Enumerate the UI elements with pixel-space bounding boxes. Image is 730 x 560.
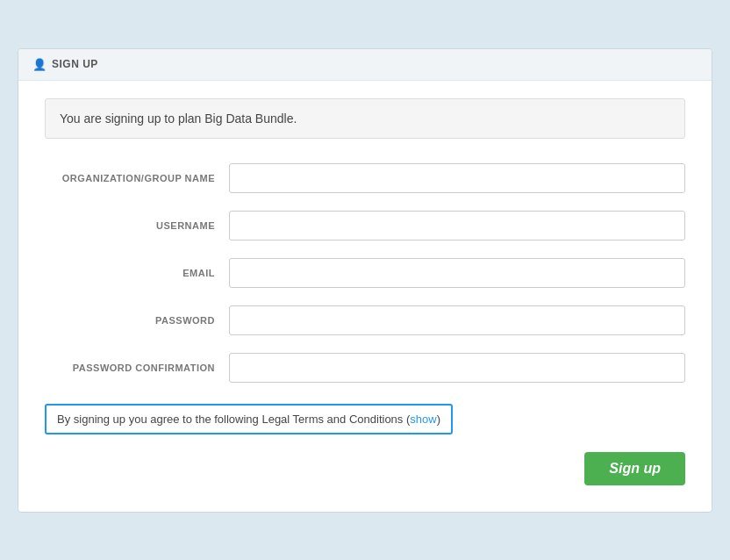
terms-section: By signing up you agree to the following… (45, 404, 685, 434)
signup-card: 👤 SIGN UP You are signing up to plan Big… (18, 48, 712, 513)
user-icon: 👤 (32, 58, 47, 71)
terms-show-link[interactable]: show (410, 413, 436, 426)
card-body: You are signing up to plan Big Data Bund… (18, 81, 712, 512)
password-input[interactable] (229, 305, 685, 335)
password-confirmation-input[interactable] (229, 353, 685, 383)
page-container: 👤 SIGN UP You are signing up to plan Big… (0, 0, 730, 560)
terms-text-before: By signing up you agree to the following… (57, 413, 410, 426)
card-title: SIGN UP (52, 58, 98, 70)
form-row-org: ORGANIZATION/GROUP NAME (45, 163, 685, 193)
card-header: 👤 SIGN UP (18, 49, 712, 81)
form-footer: Sign up (45, 452, 685, 485)
info-banner-text: You are signing up to plan Big Data Bund… (60, 111, 297, 126)
form-row-password: PASSWORD (45, 305, 685, 335)
terms-box: By signing up you agree to the following… (45, 404, 453, 434)
org-group-name-label: ORGANIZATION/GROUP NAME (45, 173, 229, 183)
signup-button[interactable]: Sign up (584, 452, 685, 485)
info-banner: You are signing up to plan Big Data Bund… (45, 98, 685, 139)
form-row-username: USERNAME (45, 211, 685, 241)
org-group-name-input[interactable] (229, 163, 685, 193)
username-label: USERNAME (45, 220, 229, 231)
form-row-password-confirmation: PASSWORD CONFIRMATION (45, 353, 685, 383)
password-confirmation-label: PASSWORD CONFIRMATION (45, 363, 229, 373)
email-input[interactable] (229, 258, 685, 288)
username-input[interactable] (229, 211, 685, 241)
terms-text-after: ) (437, 413, 440, 426)
password-label: PASSWORD (45, 315, 229, 326)
form-row-email: EMAIL (45, 258, 685, 288)
email-label: EMAIL (45, 268, 229, 278)
